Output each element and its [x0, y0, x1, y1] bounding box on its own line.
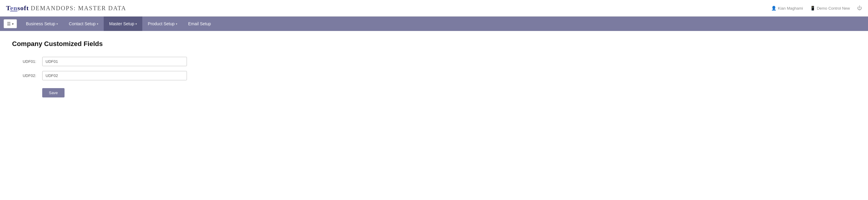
- form-actions: Save: [12, 85, 223, 97]
- user-icon: [771, 6, 776, 10]
- tensoft-logo: Tensoft: [6, 4, 29, 12]
- power-icon[interactable]: [857, 5, 862, 11]
- hamburger-arrow: ▾: [12, 22, 13, 26]
- demo-control[interactable]: Demo Control New: [810, 6, 850, 10]
- form-row-udf02: UDF02:: [12, 71, 223, 80]
- header-actions: Kian Maghami Demo Control New: [771, 5, 862, 11]
- save-button[interactable]: Save: [42, 88, 64, 97]
- nav-item-label: Business Setup: [26, 22, 55, 26]
- user-info: Kian Maghami: [771, 6, 803, 10]
- nav-item-label: Product Setup: [148, 22, 175, 26]
- main-content: Company Customized Fields UDF01: UDF02: …: [0, 31, 868, 107]
- nav-arrow: ▾: [97, 22, 98, 26]
- nav-items-container: Business Setup ▾ Contact Setup ▾ Master …: [21, 16, 216, 31]
- main-navbar: ☰ ▾ Business Setup ▾ Contact Setup ▾ Mas…: [0, 16, 868, 31]
- nav-arrow: ▾: [176, 22, 177, 26]
- logo-area: Tensoft DemandOps: Master Data: [6, 4, 126, 12]
- nav-arrow: ▾: [135, 22, 137, 26]
- nav-item-label: Contact Setup: [69, 22, 96, 26]
- udf02-label: UDF02:: [12, 73, 36, 78]
- demo-label: Demo Control New: [817, 6, 850, 10]
- sidebar-item-product-setup[interactable]: Product Setup ▾: [142, 16, 183, 31]
- hamburger-button[interactable]: ☰ ▾: [4, 19, 17, 28]
- udf02-input[interactable]: [42, 71, 187, 80]
- sidebar-item-contact-setup[interactable]: Contact Setup ▾: [63, 16, 104, 31]
- nav-item-label: Master Setup: [109, 22, 134, 26]
- form-section: UDF01: UDF02: Save: [12, 57, 223, 97]
- sidebar-item-master-setup[interactable]: Master Setup ▾: [104, 16, 142, 31]
- sidebar-item-business-setup[interactable]: Business Setup ▾: [21, 16, 63, 31]
- form-row-udf01: UDF01:: [12, 57, 223, 66]
- page-title: Company Customized Fields: [12, 40, 856, 48]
- device-icon: [810, 6, 815, 10]
- nav-arrow: ▾: [56, 22, 58, 26]
- udf01-label: UDF01:: [12, 59, 36, 64]
- app-title: DemandOps: Master Data: [31, 5, 126, 12]
- user-name: Kian Maghami: [778, 6, 803, 10]
- sidebar-item-email-setup[interactable]: Email Setup: [183, 16, 216, 31]
- app-header: Tensoft DemandOps: Master Data Kian Magh…: [0, 0, 868, 16]
- nav-item-label: Email Setup: [188, 22, 211, 26]
- udf01-input[interactable]: [42, 57, 187, 66]
- hamburger-icon: ☰: [7, 22, 11, 26]
